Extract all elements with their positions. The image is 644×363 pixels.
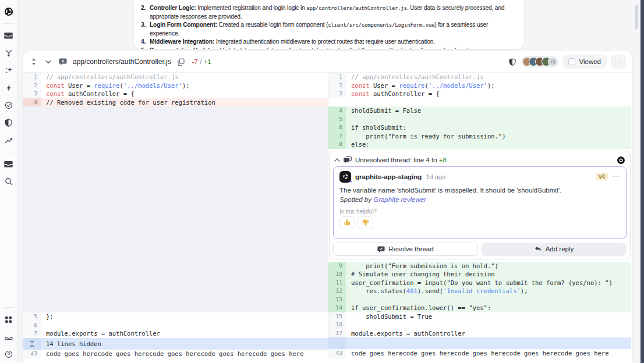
viewed-toggle[interactable]: Viewed (562, 55, 607, 69)
sidebar-divider (3, 23, 14, 24)
copy-path-icon[interactable] (176, 57, 186, 66)
line-number[interactable]: 13 (328, 296, 346, 304)
graphite-logo-icon[interactable] (4, 7, 13, 16)
comments-icon (344, 156, 352, 163)
shield-icon[interactable] (4, 118, 13, 127)
diff-row: 16 (328, 321, 631, 329)
code-line (41, 321, 328, 330)
diff-row: 4sholdSubmit = False (328, 106, 631, 115)
code-line: // app/controllers/authController.js (346, 73, 631, 81)
code-line: print("Form submission is on hold.") (346, 262, 631, 271)
merge-icon[interactable] (4, 48, 13, 58)
search-icon[interactable] (4, 177, 13, 186)
comment-more-button[interactable]: ··· (613, 173, 620, 180)
thumbs-down-button[interactable] (358, 216, 373, 229)
code-line: const authController = { (346, 90, 631, 98)
apps-grid-icon[interactable] (4, 315, 13, 324)
line-number[interactable]: 6 (328, 123, 346, 132)
diff-row: 7 print("Form is ready for submission.") (328, 132, 631, 141)
line-number[interactable]: 5 (23, 312, 41, 321)
bot-avatar: ✦ (339, 171, 351, 183)
thread-target-icon[interactable] (617, 156, 625, 165)
code-line: // app/controllers/authController.js (41, 73, 328, 81)
ai-sparkles-icon[interactable] (4, 66, 13, 75)
line-number[interactable]: 2 (23, 81, 41, 90)
collapse-thread-icon[interactable] (334, 158, 340, 162)
shield-toggle-icon[interactable] (508, 57, 517, 66)
line-number[interactable]: 43 (328, 349, 346, 358)
line-number[interactable]: 11 (328, 279, 346, 287)
line-number[interactable]: 7 (23, 329, 41, 338)
line-number[interactable]: 9 (328, 262, 346, 271)
hidden-lines-label: 14 lines hidden (41, 338, 328, 350)
line-number[interactable]: 4 (328, 106, 346, 115)
chart-icon[interactable] (4, 136, 13, 145)
code-line: sholdSubmit = False (346, 106, 631, 115)
diff-row: 15 sholdSubmit = True (328, 312, 631, 321)
line-number[interactable]: 12 (328, 287, 346, 296)
line-number[interactable]: 43 (23, 350, 41, 358)
thread-header: Unresolved thread: line 4 to +8 (333, 154, 627, 166)
summary-item: 5.Documentation Updates: Updated documen… (141, 47, 516, 49)
tray-icon[interactable] (4, 332, 13, 341)
diff-row: 7module.exports = authController (23, 329, 328, 338)
diff-row: 13 (328, 296, 631, 304)
line-number[interactable]: 14 (328, 304, 346, 312)
diff-file-header: app/controllers/authController.js -7 / +… (23, 51, 632, 72)
inbox-icon[interactable] (4, 31, 13, 40)
summary-item-text: Documentation Updates: Updated documenta… (150, 47, 516, 49)
code-line: }; (41, 312, 328, 321)
summary-item: 3.Login Form Component: Created a reusab… (141, 21, 516, 38)
graphite-reviewer-link[interactable]: Graphite reviewer (373, 196, 426, 203)
code-line (346, 296, 631, 304)
line-number[interactable]: 1 (23, 73, 41, 81)
diff-row: 6 (23, 321, 328, 330)
add-reply-button[interactable]: Add reply (482, 243, 627, 256)
line-number[interactable]: 4 (23, 98, 41, 107)
sidebar-divider (3, 307, 14, 308)
line-number[interactable]: 2 (328, 81, 346, 90)
window-edge (641, 0, 644, 363)
line-number[interactable]: 6 (23, 321, 41, 330)
expand-collapse-icon[interactable] (29, 57, 38, 66)
chevron-down-icon[interactable] (44, 57, 53, 66)
line-number[interactable]: 3 (328, 90, 346, 98)
diff-file-panel: app/controllers/authController.js -7 / +… (23, 51, 632, 363)
file-path: app/controllers/authController.js (73, 58, 171, 66)
inline-code: docs/ (298, 47, 313, 49)
check-circle-icon[interactable] (4, 101, 13, 110)
diff-row: 1// app/controllers/authController.js (328, 73, 631, 81)
diff-row: 43code goes herecode goes herecode goes … (328, 349, 631, 358)
diff-row: 11user_confirmation = input("Do you want… (328, 279, 631, 287)
inbox-icon[interactable] (4, 159, 13, 169)
line-number[interactable]: 3 (23, 90, 41, 98)
line-number[interactable]: 1 (328, 73, 346, 81)
reviewer-avatars[interactable]: +3 (521, 56, 558, 67)
help-icon[interactable] (4, 350, 13, 359)
resolve-thread-button[interactable]: Resolve thread (333, 243, 478, 256)
comment-bubble-icon[interactable] (58, 57, 68, 66)
scrollbar-thumb[interactable] (635, 5, 638, 29)
line-number[interactable]: 8 (328, 140, 346, 149)
expand-hidden-lines[interactable] (23, 338, 41, 350)
diff-row: 14if user_confirmation.lower() == "yes": (328, 304, 631, 312)
viewed-checkbox[interactable] (568, 58, 575, 65)
line-number[interactable]: 17 (328, 329, 346, 338)
line-number[interactable]: 15 (328, 312, 346, 321)
diff-row: 5}; (23, 312, 328, 321)
line-number[interactable]: 16 (328, 321, 346, 329)
thumbs-up-button[interactable] (339, 216, 355, 229)
bolt-icon[interactable] (4, 83, 13, 92)
line-number[interactable]: 5 (328, 115, 346, 124)
line-number[interactable]: 10 (328, 270, 346, 279)
thread-line-range: +8 (439, 156, 447, 163)
line-number[interactable]: 7 (328, 132, 346, 141)
diff-row: 4// Removed existing code for user regis… (23, 98, 328, 107)
file-more-button[interactable]: ··· (611, 55, 626, 69)
version-badge[interactable]: v4 (596, 173, 608, 180)
diff-stats: -7 / +1 (192, 58, 211, 65)
diff-left-column: 1// app/controllers/authController.js2co… (23, 73, 328, 358)
split-diff: 1// app/controllers/authController.js2co… (23, 72, 632, 363)
comment-author: graphite-app-staging (355, 173, 422, 180)
summary-item-number: 4. (141, 38, 150, 47)
